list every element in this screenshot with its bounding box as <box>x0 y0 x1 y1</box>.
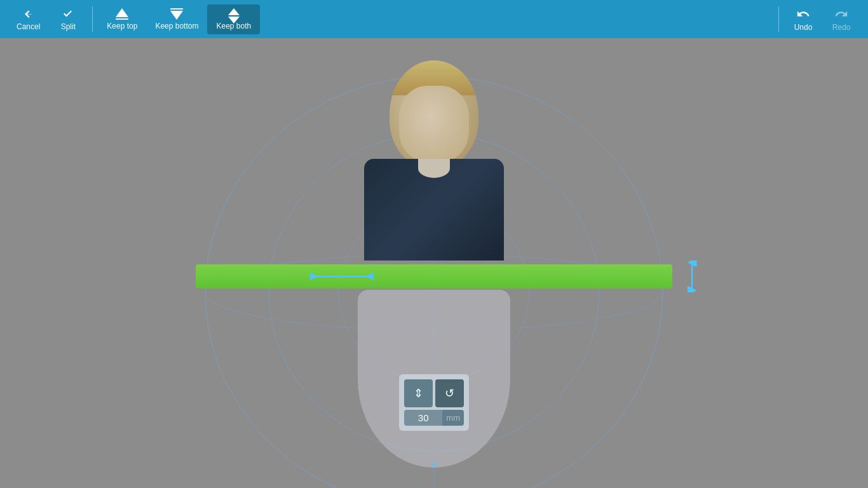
keep-bottom-button[interactable]: Keep bottom <box>146 4 207 34</box>
control-box: ⇕ ↺ 30 mm <box>399 374 469 431</box>
toolbar-divider-1 <box>92 6 93 32</box>
undo-button[interactable]: Undo <box>784 3 822 36</box>
bottom-arrow-hint <box>426 457 442 475</box>
toolbar-divider-2 <box>778 6 779 32</box>
keep-bottom-label: Keep bottom <box>155 22 198 30</box>
rotate-icon: ↺ <box>445 386 454 400</box>
redo-label: Redo <box>832 23 851 32</box>
keep-top-button[interactable]: Keep top <box>98 4 146 34</box>
move-mode-button[interactable]: ⇕ <box>404 379 433 407</box>
person-head-area <box>358 60 510 261</box>
redo-button[interactable]: Redo <box>822 3 860 36</box>
keep-top-label: Keep top <box>107 22 137 30</box>
cancel-button[interactable]: Cancel <box>8 4 49 35</box>
vertical-arrow-icon <box>686 261 698 292</box>
undo-icon <box>796 7 810 21</box>
split-button[interactable]: Split <box>49 4 87 35</box>
keep-both-icon <box>227 8 241 20</box>
move-icon: ⇕ <box>414 386 423 400</box>
undo-label: Undo <box>794 23 813 32</box>
keep-top-icon <box>116 8 128 20</box>
split-label: Split <box>61 22 76 31</box>
redo-icon <box>834 7 848 21</box>
rotate-mode-button[interactable]: ↺ <box>435 379 464 407</box>
keep-both-button[interactable]: Keep both <box>207 4 260 34</box>
control-buttons-row: ⇕ ↺ <box>404 379 464 407</box>
numeric-value: 30 <box>404 410 442 426</box>
keep-bottom-icon <box>170 8 183 20</box>
unit-label: mm <box>442 410 464 426</box>
back-arrow-icon <box>22 8 35 20</box>
cancel-label: Cancel <box>17 22 40 31</box>
checkmark-icon <box>62 8 74 20</box>
vertical-drag-handle[interactable] <box>686 261 698 292</box>
canvas-area[interactable]: ⇕ ↺ 30 mm <box>0 38 868 488</box>
cut-plane[interactable] <box>196 264 672 288</box>
toolbar: Cancel Split Keep top Keep bottom <box>0 0 868 38</box>
horizontal-arrow <box>310 269 374 284</box>
value-row: 30 mm <box>404 410 464 426</box>
